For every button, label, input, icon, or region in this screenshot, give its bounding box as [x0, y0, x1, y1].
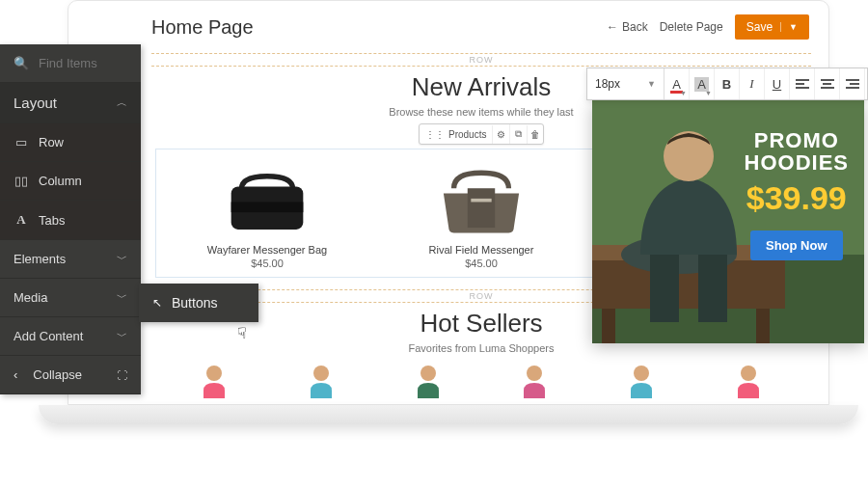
delete-page-button[interactable]: Delete Page [660, 20, 723, 34]
svg-point-8 [634, 366, 649, 381]
arrow-left-icon: ← [607, 20, 618, 34]
sidebar-section-media[interactable]: Media﹀ [0, 279, 141, 317]
row-icon: ▭ [14, 135, 29, 149]
italic-button[interactable]: I [740, 68, 765, 99]
svg-rect-1 [231, 202, 304, 212]
top-bar: Home Page ←Back Delete Page Save▼ [74, 7, 823, 49]
products-block-toolbar[interactable]: ⋮⋮Products ⚙ ⧉ 🗑 [419, 123, 544, 145]
font-size-select[interactable]: 18px▼ [587, 68, 665, 99]
format-toolbar: 18px▼ A▼ A▼ B I U [586, 68, 868, 100]
laptop-base [39, 405, 858, 424]
align-left-button[interactable] [790, 68, 815, 99]
svg-rect-19 [698, 255, 727, 322]
chevron-down-icon: ﹀ [117, 329, 127, 343]
sidebar-item-column[interactable]: ▯▯Column [0, 162, 141, 201]
svg-point-17 [664, 131, 714, 181]
svg-rect-2 [468, 188, 495, 228]
drag-icon[interactable]: ⋮⋮ [425, 129, 445, 140]
tabs-icon: A [14, 212, 29, 228]
chevron-down-icon: ▼ [647, 79, 656, 89]
product-name: Wayfarer Messenger Bag [200, 244, 335, 256]
sidebar-section-add-content[interactable]: Add Content﹀ [0, 317, 141, 356]
product-thumb[interactable] [297, 362, 345, 398]
search-icon: 🔍 [14, 56, 29, 70]
product-price: $45.00 [414, 258, 549, 269]
align-center-button[interactable] [815, 68, 840, 99]
chevron-down-icon[interactable]: ▼ [780, 22, 798, 32]
svg-point-7 [527, 366, 542, 381]
product-item[interactable]: Wayfarer Messenger Bag $45.00 [200, 159, 335, 269]
sidebar-section-layout[interactable]: Layout︿ [0, 83, 141, 123]
sidebar-item-tabs[interactable]: ATabs [0, 201, 141, 240]
svg-rect-18 [650, 255, 679, 322]
hot-product-row [151, 354, 811, 398]
search-input[interactable] [39, 56, 127, 70]
svg-rect-15 [756, 309, 770, 343]
highlight-color-button[interactable]: A▼ [690, 68, 715, 99]
svg-rect-3 [471, 199, 491, 203]
chevron-left-icon: ‹ [14, 367, 17, 382]
promo-banner[interactable]: PROMOHOODIES $39.99 Shop Now [592, 100, 864, 343]
promo-text: PROMOHOODIES $39.99 Shop Now [745, 129, 849, 260]
search-item[interactable]: 🔍 [0, 44, 141, 83]
product-thumb[interactable] [510, 362, 558, 398]
product-price: $45.00 [200, 258, 335, 269]
product-image [428, 159, 534, 236]
text-color-button[interactable]: A▼ [665, 68, 690, 99]
align-right-button[interactable] [840, 68, 865, 99]
fullscreen-icon[interactable]: ⛶ [117, 369, 127, 381]
shop-now-button[interactable]: Shop Now [750, 230, 843, 260]
mouse-cursor-icon: ☟ [237, 324, 247, 342]
underline-button[interactable]: U [765, 68, 790, 99]
save-button[interactable]: Save▼ [735, 14, 809, 40]
chevron-down-icon: ﹀ [117, 290, 127, 305]
column-icon: ▯▯ [14, 174, 29, 188]
back-button[interactable]: ←Back [607, 20, 648, 34]
svg-point-6 [420, 366, 436, 381]
sidebar-flyout-buttons[interactable]: ↖ Buttons [139, 284, 258, 322]
gear-icon[interactable]: ⚙ [492, 125, 509, 144]
product-thumb[interactable] [617, 362, 665, 398]
chevron-down-icon: ﹀ [117, 252, 127, 266]
svg-point-5 [313, 366, 329, 381]
section-subtitle-hot: Favorites from Luma Shoppers [151, 342, 811, 354]
trash-icon[interactable]: 🗑 [527, 125, 544, 144]
product-item[interactable]: Rival Field Messenger $45.00 [414, 159, 549, 269]
svg-rect-14 [602, 309, 615, 343]
product-thumb[interactable] [404, 362, 452, 398]
product-image [214, 159, 320, 236]
svg-point-9 [741, 366, 756, 381]
svg-point-4 [206, 366, 222, 381]
product-name: Rival Field Messenger [414, 244, 549, 256]
cursor-icon: ↖ [152, 296, 162, 310]
product-thumb[interactable] [724, 362, 773, 398]
page-title: Home Page [151, 16, 254, 39]
sidebar: 🔍 Layout︿ ▭Row ▯▯Column ATabs Elements﹀ … [0, 44, 141, 394]
sidebar-collapse[interactable]: ‹Collapse⛶ [0, 356, 141, 394]
promo-price: $39.99 [745, 179, 849, 217]
bold-button[interactable]: B [715, 68, 740, 99]
copy-icon[interactable]: ⧉ [509, 124, 527, 144]
row-marker: ROW [151, 53, 811, 67]
chevron-up-icon: ︿ [117, 95, 127, 110]
sidebar-section-elements[interactable]: Elements﹀ [0, 240, 141, 279]
sidebar-item-row[interactable]: ▭Row [0, 123, 141, 162]
product-thumb[interactable] [190, 362, 238, 398]
